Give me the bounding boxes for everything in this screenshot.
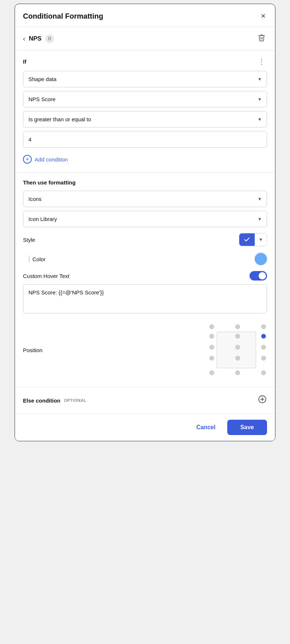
hover-text-row: Custom Hover Text bbox=[23, 271, 267, 281]
else-title: Else condition bbox=[23, 397, 61, 404]
optional-badge: OPTIONAL bbox=[64, 398, 86, 403]
nav-row: ‹ NPS 0 bbox=[15, 27, 275, 50]
icon-library-select[interactable]: Icon Library bbox=[23, 211, 267, 227]
else-section: Else condition OPTIONAL bbox=[15, 387, 275, 414]
shape-data-select[interactable]: Shape data bbox=[23, 71, 267, 87]
position-dot-bottom-right[interactable] bbox=[261, 370, 266, 375]
hover-text-label: Custom Hover Text bbox=[23, 273, 69, 279]
hover-text-input[interactable]: NPS Score: {{=@'NPS Score'}} bbox=[23, 284, 267, 313]
color-picker-button[interactable] bbox=[255, 253, 267, 265]
delete-button[interactable] bbox=[256, 32, 267, 45]
add-condition-button[interactable]: + Add condition bbox=[23, 153, 68, 166]
position-dot-mid-center-top[interactable] bbox=[235, 334, 240, 339]
nps-score-wrapper: NPS Score ▼ bbox=[23, 91, 267, 107]
icons-select[interactable]: Icons bbox=[23, 191, 267, 207]
if-section-header: If ⋮ bbox=[23, 57, 267, 66]
icons-wrapper: Icons ▼ bbox=[23, 191, 267, 207]
position-dot-top-left[interactable] bbox=[209, 324, 214, 329]
condition-wrapper: Is greater than or equal to ▼ bbox=[23, 111, 267, 127]
position-dot-bottom-center[interactable] bbox=[235, 370, 240, 375]
close-button[interactable]: × bbox=[259, 11, 267, 21]
modal-title: Conditional Formatting bbox=[23, 12, 103, 20]
nav-left: ‹ NPS 0 bbox=[23, 34, 54, 43]
save-button[interactable]: Save bbox=[227, 420, 267, 435]
else-left: Else condition OPTIONAL bbox=[23, 397, 86, 404]
footer: Cancel Save bbox=[15, 414, 275, 441]
value-input[interactable] bbox=[23, 131, 267, 148]
style-control: ▼ bbox=[239, 233, 267, 246]
style-dropdown-button[interactable]: ▼ bbox=[255, 234, 267, 245]
add-condition-label: Add condition bbox=[35, 156, 68, 163]
hover-text-toggle[interactable] bbox=[250, 271, 267, 281]
more-options-button[interactable]: ⋮ bbox=[256, 57, 267, 66]
then-section: Then use formatting Icons ▼ Icon Library… bbox=[15, 173, 275, 387]
add-else-button[interactable] bbox=[258, 395, 267, 406]
position-label: Position bbox=[23, 347, 42, 353]
position-dot-top-right[interactable] bbox=[261, 324, 266, 329]
position-dot-center-center[interactable] bbox=[235, 345, 240, 350]
cancel-button[interactable]: Cancel bbox=[190, 420, 222, 434]
modal-container: Conditional Formatting × ‹ NPS 0 If ⋮ Sh… bbox=[15, 4, 275, 441]
style-icon-button[interactable] bbox=[239, 233, 255, 246]
position-dot-center-left[interactable] bbox=[209, 345, 214, 350]
add-condition-icon: + bbox=[23, 155, 32, 164]
position-dot-low-left[interactable] bbox=[209, 356, 214, 361]
shape-data-wrapper: Shape data ▼ bbox=[23, 71, 267, 87]
position-dot-mid-left-top[interactable] bbox=[209, 334, 214, 339]
position-row: Position bbox=[23, 320, 267, 380]
position-grid bbox=[209, 324, 267, 377]
position-dot-bottom-left[interactable] bbox=[209, 370, 214, 375]
back-button[interactable]: ‹ bbox=[23, 35, 25, 42]
condition-select[interactable]: Is greater than or equal to bbox=[23, 111, 267, 127]
nav-title: NPS bbox=[29, 35, 42, 42]
style-label: Style bbox=[23, 237, 35, 243]
nav-badge: 0 bbox=[45, 34, 54, 43]
style-row: Style ▼ bbox=[23, 233, 267, 246]
then-title: Then use formatting bbox=[23, 179, 267, 186]
position-dot-mid-right-top[interactable] bbox=[261, 334, 266, 339]
position-dot-center-right[interactable] bbox=[261, 345, 266, 350]
icon-library-wrapper: Icon Library ▼ bbox=[23, 211, 267, 227]
if-section: If ⋮ Shape data ▼ NPS Score ▼ Is greater… bbox=[15, 50, 275, 173]
position-dot-low-right[interactable] bbox=[261, 356, 266, 361]
position-dot-low-center[interactable] bbox=[235, 356, 240, 361]
color-indent-line bbox=[29, 256, 30, 262]
position-dot-top-center[interactable] bbox=[235, 324, 240, 329]
color-row: Color bbox=[23, 250, 267, 268]
color-label: Color bbox=[32, 256, 46, 262]
modal-header: Conditional Formatting × bbox=[15, 4, 275, 27]
nps-score-select[interactable]: NPS Score bbox=[23, 91, 267, 107]
if-label: If bbox=[23, 58, 26, 65]
